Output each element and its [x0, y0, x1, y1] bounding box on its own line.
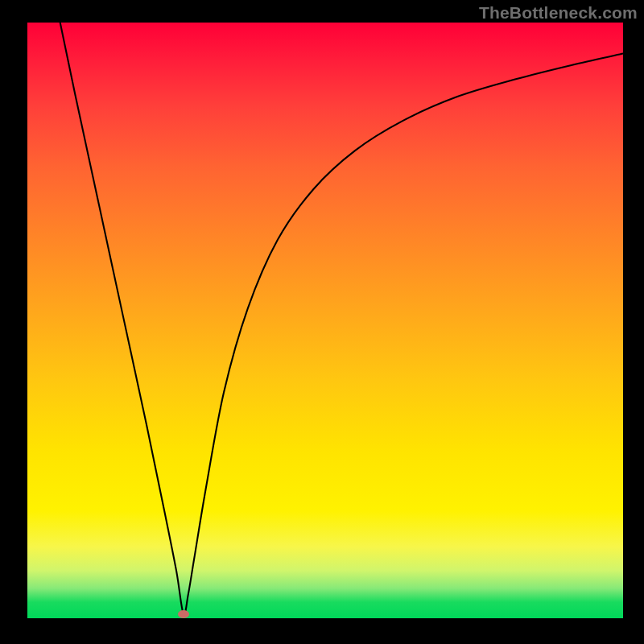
chart-frame: TheBottleneck.com [0, 0, 644, 644]
watermark-text: TheBottleneck.com [479, 3, 638, 23]
bottleneck-curve [60, 23, 623, 615]
optimum-marker [178, 610, 189, 618]
plot-area [27, 23, 623, 618]
curve-svg [27, 23, 623, 618]
